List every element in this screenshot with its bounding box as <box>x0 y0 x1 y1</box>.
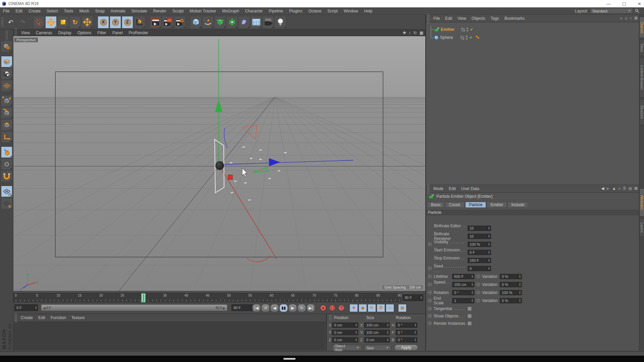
model-mode-icon[interactable] <box>1 56 12 67</box>
keyframe-circle[interactable] <box>476 291 480 294</box>
coord-rotation-p-field[interactable]: 0 °▲▼ <box>396 330 417 335</box>
keyframe-circle[interactable] <box>428 299 432 302</box>
previous-frame-button[interactable]: ◀ <box>270 304 279 312</box>
menu-pipeline[interactable]: Pipeline <box>266 7 286 15</box>
add-primitive-cube-icon[interactable] <box>190 16 202 28</box>
am-menu-edit[interactable]: Edit <box>446 185 459 193</box>
menu-window[interactable]: Window <box>341 7 361 15</box>
particle-tag-icon[interactable] <box>475 35 479 40</box>
redo-icon[interactable]: ↷ <box>17 16 29 28</box>
texture-mode-icon[interactable] <box>1 68 12 79</box>
keyframe-circle[interactable] <box>476 283 480 286</box>
keyframe-circle[interactable] <box>476 299 480 302</box>
om-menu-tags[interactable]: Tags <box>488 15 502 22</box>
am-tab-basic[interactable]: Basic <box>427 202 444 208</box>
value-field[interactable]: 100 %▲▼ <box>500 290 522 295</box>
menu-motion-tracker[interactable]: Motion Tracker <box>186 7 219 15</box>
record-position-button[interactable]: ✚ <box>350 304 358 312</box>
coord-position-x-field[interactable]: 0 cm▲▼ <box>332 322 358 328</box>
menu-mograph[interactable]: MoGraph <box>219 7 242 15</box>
palette-grip[interactable] <box>5 30 8 40</box>
coord-size-dropdown[interactable]: Size▼ <box>364 345 391 351</box>
record-parameter-button[interactable]: Ⓟ <box>377 304 385 312</box>
goto-end-button[interactable]: ▶| <box>307 304 315 312</box>
am-new-panel-icon[interactable]: ⊞ <box>634 186 638 191</box>
am-forward-icon[interactable]: ▶ <box>606 186 609 191</box>
coord-rotation-h-field[interactable]: 0 °▲▼ <box>396 322 417 328</box>
live-selection-icon[interactable] <box>33 16 45 28</box>
panel-tab-attributes[interactable]: Attributes <box>639 188 644 217</box>
am-tab-coord[interactable]: Coord. <box>445 202 465 208</box>
keyframe-circle[interactable] <box>428 242 432 246</box>
menu-mesh[interactable]: Mesh <box>76 7 92 15</box>
play-forwards-button[interactable]: ↻ <box>298 304 306 312</box>
menu-select[interactable]: Select <box>44 7 61 15</box>
keyframe-circle[interactable] <box>428 266 432 270</box>
mm-menu-function[interactable]: Function <box>48 314 69 322</box>
am-target-icon[interactable]: ◎ <box>628 186 632 191</box>
spline-pen-icon[interactable] <box>202 16 214 28</box>
workplane-mode-icon[interactable] <box>1 80 12 92</box>
planar-workplane-icon[interactable]: ↻ <box>1 198 12 209</box>
om-menu-view[interactable]: View <box>455 15 469 22</box>
play-backwards-button[interactable]: ↺ <box>261 304 270 312</box>
lock-z-axis-icon[interactable]: Z <box>122 16 133 28</box>
value-field[interactable]: 1▲▼ <box>452 298 474 303</box>
keyframe-circle[interactable] <box>476 275 480 278</box>
value-field[interactable]: 100 %▲▼ <box>468 242 491 247</box>
mm-menu-texture[interactable]: Texture <box>69 314 87 322</box>
panel-tab-objects[interactable]: Objects <box>639 17 644 38</box>
lock-y-axis-icon[interactable]: Y <box>110 16 121 28</box>
menu-tools[interactable]: Tools <box>61 7 76 15</box>
polygons-mode-icon[interactable] <box>1 119 12 131</box>
menu-render[interactable]: Render <box>150 7 169 15</box>
keyframe-circle[interactable] <box>428 283 432 286</box>
am-grip[interactable] <box>427 184 430 194</box>
menu-snap[interactable]: Snap <box>92 7 108 15</box>
keyframe-circle[interactable] <box>428 275 432 278</box>
environment-floor-icon[interactable] <box>251 16 262 28</box>
mm-menu-create[interactable]: Create <box>18 314 36 322</box>
menu-simulate[interactable]: Simulate <box>128 7 150 15</box>
om-search-icon[interactable]: ⌕ <box>620 16 623 20</box>
editor-render-dots[interactable] <box>466 36 468 40</box>
toolbar-grip[interactable] <box>1 17 4 27</box>
om-new-panel-icon[interactable]: ⊞ <box>634 16 638 20</box>
value-field[interactable]: 10▲▼ <box>468 234 491 239</box>
om-minimize-icon[interactable]: − <box>630 16 632 20</box>
close-button[interactable]: ✕ <box>638 1 641 6</box>
rotate-tool-icon[interactable]: ↻ <box>69 16 81 28</box>
camera-icon[interactable] <box>263 16 274 28</box>
value-field[interactable]: 0 %▲▼ <box>500 282 522 287</box>
coord-position-z-field[interactable]: 0 cm▲▼ <box>332 337 358 343</box>
coord-size-z-field[interactable]: 0 cm▲▼ <box>364 337 390 343</box>
light-icon[interactable] <box>275 16 286 28</box>
enabled-check[interactable]: ✓ <box>470 27 473 32</box>
rotate-view-icon[interactable]: ↻ <box>414 29 417 36</box>
record-scale-button[interactable]: ◼ <box>359 304 367 312</box>
apply-button[interactable]: Apply <box>394 345 418 351</box>
last-used-tool-icon[interactable] <box>82 16 93 28</box>
menu-character[interactable]: Character <box>242 7 266 15</box>
pan-view-icon[interactable]: ✚ <box>403 29 406 36</box>
panel-tab-takes[interactable]: Takes <box>639 40 644 56</box>
panel-tab-content-browser[interactable]: Content Browser <box>639 58 644 98</box>
mm-grip[interactable] <box>14 313 17 323</box>
make-editable-icon[interactable] <box>1 41 12 52</box>
object-row-sphere[interactable]: Sphere✓ <box>434 34 479 41</box>
menu-plugins[interactable]: Plugins <box>286 7 305 15</box>
am-tab-emitter[interactable]: Emitter <box>487 202 507 208</box>
minimize-button[interactable]: — <box>606 1 611 6</box>
visibility-toggle[interactable] <box>461 27 465 32</box>
keyframe-circle[interactable] <box>428 321 432 325</box>
record-rotation-button[interactable]: ↻ <box>368 304 376 312</box>
menu-octane[interactable]: Octane <box>305 7 324 15</box>
enable-axis-icon[interactable] <box>1 131 12 143</box>
layout-dropdown[interactable]: Standard▼ <box>590 8 633 14</box>
coord-rotation-b-field[interactable]: 0 °▲▼ <box>396 337 417 343</box>
value-field[interactable]: 10▲▼ <box>468 226 491 231</box>
value-field[interactable]: 0 F▲▼ <box>468 250 491 255</box>
menu-help[interactable]: Help <box>361 7 375 15</box>
render-picture-viewer-icon[interactable] <box>162 16 173 28</box>
end-frame-field[interactable]: 90 F ▲▼ <box>231 304 255 311</box>
